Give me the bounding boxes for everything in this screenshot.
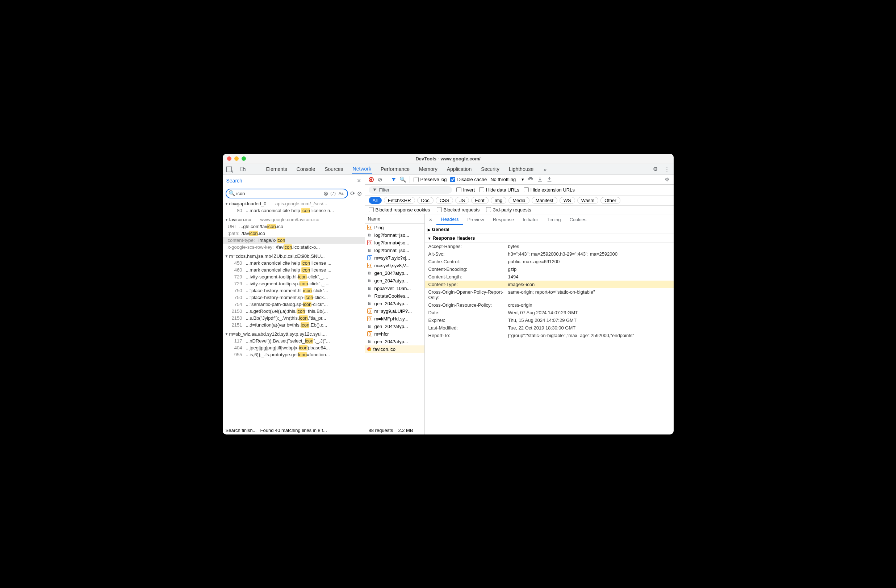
search-match-row[interactable]: 404...jpeg|jpg|png|tiff|webp|x-icon);bas… (223, 344, 365, 351)
filter-chip-fetchxhr[interactable]: Fetch/XHR (384, 197, 415, 204)
tab-elements[interactable]: Elements (265, 165, 288, 174)
tab-sources[interactable]: Sources (324, 165, 344, 174)
search-match-row[interactable]: 2151...d=function(a){var b=this.icon.Eb(… (223, 321, 365, 328)
filter-chip-doc[interactable]: Doc (417, 197, 434, 204)
device-toolbar-icon[interactable] (240, 166, 246, 172)
search-match-row[interactable]: 460...mark canonical cite help icon lice… (223, 267, 365, 273)
search-file-row[interactable]: ▼m=sb_wiz,aa,abd,sy12d,sytt,sytp,sy12c,s… (223, 331, 365, 337)
header-row[interactable]: Report-To:{"group":"static-on-bigtable",… (425, 332, 674, 339)
request-row[interactable]: 🗎log?format=jso... (365, 232, 424, 239)
header-row[interactable]: Content-Type:image/x-icon (425, 280, 674, 288)
request-row[interactable]: {}m=syk7,sylc?xj... (365, 254, 424, 262)
tab-performance[interactable]: Performance (380, 165, 410, 174)
detail-tab-cookies[interactable]: Cookies (565, 215, 591, 224)
search-network-icon[interactable]: 🔍 (400, 177, 406, 183)
more-tabs-icon[interactable]: » (542, 166, 548, 172)
request-row[interactable]: 🗎RotateCookies... (365, 292, 424, 300)
third-party-checkbox[interactable]: 3rd-party requests (486, 207, 531, 213)
filter-input-wrapper[interactable]: Filter (369, 186, 452, 194)
disable-cache-checkbox[interactable]: Disable cache (450, 177, 487, 182)
detail-tab-headers[interactable]: Headers (436, 214, 463, 225)
search-match-row[interactable]: 754..."semantic-path-dialog.sp-icon-clic… (223, 301, 365, 308)
window-minimize-button[interactable] (234, 157, 239, 161)
invert-checkbox[interactable]: Invert (456, 187, 475, 193)
case-toggle[interactable]: Aa (338, 191, 344, 195)
search-match-row[interactable]: 117...nDReve"));Bw.set("select_icon",_.J… (223, 337, 365, 344)
preserve-log-checkbox[interactable]: Preserve log (414, 177, 447, 182)
clear-results-icon[interactable]: ⊘ (357, 190, 362, 197)
response-headers-section[interactable]: ▼Response Headers (425, 234, 674, 242)
search-match-row[interactable]: :path:/favicon.ico (223, 230, 365, 237)
header-row[interactable]: Alt-Svc:h3=":443"; ma=2592000,h3-29=":44… (425, 250, 674, 258)
header-row[interactable]: Cache-Control:public, max-age=691200 (425, 258, 674, 265)
blocked-requests-checkbox[interactable]: Blocked requests (437, 207, 480, 213)
filter-chip-wasm[interactable]: Wasm (577, 197, 598, 204)
search-file-row[interactable]: ▼m=cdos,hsm,jsa,mb4ZUb,d,csi,cEt90b,SNU.… (223, 253, 365, 260)
search-match-row[interactable]: 2150...s.getRoot().el(),a);this.icon=thi… (223, 308, 365, 315)
request-row[interactable]: {}m=hfcr (365, 330, 424, 338)
header-row[interactable]: Cross-Origin-Opener-Policy-Report-Only:s… (425, 288, 674, 301)
request-row[interactable]: favicon.ico (365, 346, 424, 353)
request-row[interactable]: {}m=kMFpHd,sy... (365, 315, 424, 323)
request-row[interactable]: 🗎gen_204?atyp... (365, 323, 424, 330)
header-row[interactable]: Cross-Origin-Resource-Policy:cross-origi… (425, 301, 674, 309)
request-row[interactable]: {}m=syv9,syv8,V... (365, 262, 424, 270)
header-row[interactable]: Accept-Ranges:bytes (425, 242, 674, 250)
window-close-button[interactable] (227, 157, 232, 161)
kebab-menu-icon[interactable]: ⋮ (664, 166, 670, 172)
tab-lighthouse[interactable]: Lighthouse (508, 165, 535, 174)
header-row[interactable]: Content-Encoding:gzip (425, 265, 674, 273)
search-match-row[interactable]: 750..."place-history-moment.sp-icon-clic… (223, 294, 365, 301)
filter-chip-media[interactable]: Media (509, 197, 529, 204)
search-match-row[interactable]: content-type:image/x-icon (223, 237, 365, 244)
detail-tab-preview[interactable]: Preview (463, 215, 488, 224)
filter-icon[interactable] (391, 177, 396, 183)
search-match-row[interactable]: 729...ivity-segment-tooltip.hl-icon-clic… (223, 273, 365, 280)
clear-search-icon[interactable]: ⊗ (323, 190, 328, 197)
search-match-row[interactable]: 80...mark canonical cite help icon licen… (223, 207, 365, 214)
hide-data-urls-checkbox[interactable]: Hide data URLs (479, 187, 520, 193)
tab-memory[interactable]: Memory (418, 165, 438, 174)
request-row[interactable]: 🗎hpba?vet=10ah... (365, 285, 424, 292)
request-row[interactable]: {}Ping (365, 224, 424, 232)
filter-chip-font[interactable]: Font (471, 197, 489, 204)
search-input[interactable] (236, 191, 322, 196)
search-match-row[interactable]: 729...ivity-segment-tooltip.sp-icon-clic… (223, 280, 365, 287)
blocked-cookies-checkbox[interactable]: Blocked response cookies (369, 207, 430, 213)
close-detail-icon[interactable]: × (425, 214, 437, 225)
request-row[interactable]: 🗎log?format=jso... (365, 247, 424, 254)
general-section[interactable]: ▶General (425, 225, 674, 234)
clear-log-icon[interactable]: ⊘ (377, 177, 383, 183)
hide-extension-urls-checkbox[interactable]: Hide extension URLs (524, 187, 575, 193)
header-row[interactable]: Last-Modified:Tue, 22 Oct 2019 18:30:00 … (425, 324, 674, 332)
detail-tab-timing[interactable]: Timing (542, 215, 565, 224)
filter-chip-other[interactable]: Other (600, 197, 620, 204)
request-row[interactable]: 🗎gen_204?atyp... (365, 277, 424, 285)
header-row[interactable]: Content-Length:1494 (425, 273, 674, 280)
filter-chip-manifest[interactable]: Manifest (532, 197, 558, 204)
search-file-row[interactable]: ▼favicon.ico— www.google.com/favicon.ico (223, 216, 365, 223)
throttling-select[interactable]: No throttling ▾ (491, 177, 524, 182)
tab-security[interactable]: Security (480, 165, 500, 174)
search-match-row[interactable]: 2150...s.Bb("Jylpdf");_.Vn(this.icon,"ti… (223, 315, 365, 321)
refresh-search-icon[interactable]: ⟳ (350, 190, 355, 197)
search-match-row[interactable]: 955...is,6)};_.fs.prototype.getIcon=func… (223, 351, 365, 358)
import-har-icon[interactable] (547, 177, 552, 183)
record-button[interactable] (369, 177, 374, 182)
network-conditions-icon[interactable] (528, 177, 533, 183)
inspect-element-icon[interactable] (226, 166, 232, 172)
filter-chip-js[interactable]: JS (455, 197, 469, 204)
search-match-row[interactable]: 450...mark canonical cite help icon lice… (223, 260, 365, 267)
filter-chip-img[interactable]: Img (491, 197, 507, 204)
request-list-header[interactable]: Name (365, 214, 424, 224)
filter-chip-all[interactable]: All (369, 197, 382, 204)
search-match-row[interactable]: URL...gle.com/favicon.ico (223, 223, 365, 230)
header-row[interactable]: Expires:Thu, 15 Aug 2024 14:07:29 GMT (425, 317, 674, 324)
request-row[interactable]: 🗎gen_204?atyp... (365, 270, 424, 277)
request-row[interactable]: {}m=syg9,aLUfP?... (365, 308, 424, 315)
filter-chip-ws[interactable]: WS (559, 197, 575, 204)
search-match-row[interactable]: 750..."place-history-moment.hl-icon-clic… (223, 287, 365, 294)
settings-icon[interactable]: ⚙ (653, 166, 658, 172)
regex-toggle[interactable]: (.*) (329, 191, 337, 195)
export-har-icon[interactable] (537, 177, 543, 183)
